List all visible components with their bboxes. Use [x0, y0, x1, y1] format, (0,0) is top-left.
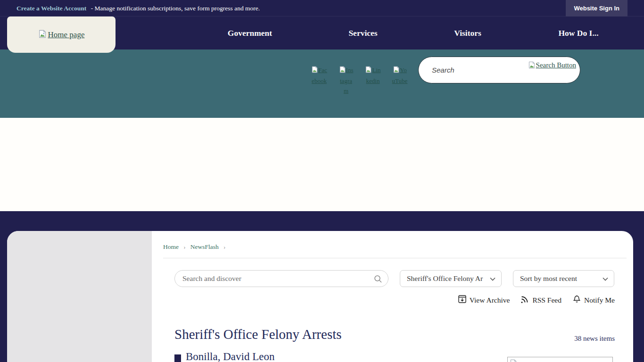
broken-image-icon	[38, 30, 47, 40]
breadcrumb: Home › NewsFlash ›	[163, 243, 229, 251]
site-search-button-label: Search Button	[536, 61, 576, 69]
instagram-link[interactable]: Instagram	[338, 65, 354, 96]
account-tagline: - Manage notification subscriptions, sav…	[91, 5, 260, 12]
youtube-link[interactable]: YouTube	[392, 65, 408, 86]
category-dropdown[interactable]: Sheriff's Office Felony Ar	[400, 270, 502, 287]
newsflash-search	[174, 270, 388, 287]
home-logo-link[interactable]: Home page	[7, 16, 116, 53]
breadcrumb-separator: ›	[183, 244, 185, 250]
breadcrumb-newsflash[interactable]: NewsFlash	[190, 243, 219, 250]
news-item-image	[507, 357, 613, 362]
broken-image-icon	[393, 66, 400, 76]
facebook-link[interactable]: Facebook	[311, 65, 327, 86]
rss-feed-link[interactable]: RSS Feed	[521, 295, 561, 305]
page: Create a Website Account - Manage notifi…	[0, 0, 644, 362]
site-search-button[interactable]: Search Button	[528, 61, 576, 71]
site-search-input[interactable]	[432, 57, 521, 83]
news-actions: View Archive RSS Feed Notify Me	[458, 295, 615, 305]
news-count: 38 news items	[574, 335, 615, 343]
search-icon[interactable]	[374, 275, 382, 285]
sidebar	[7, 231, 152, 362]
page-title: Sheriff's Office Felony Arrests	[174, 327, 342, 342]
breadcrumb-separator: ›	[223, 244, 225, 250]
chevron-down-icon	[603, 274, 608, 283]
spacer-band	[0, 118, 644, 211]
broken-image-icon	[528, 61, 536, 71]
sort-dropdown-value: Sort by most recent	[520, 274, 577, 283]
main-content: Home › NewsFlash › Sheriff's Office Felo…	[152, 231, 633, 362]
sort-dropdown[interactable]: Sort by most recent	[513, 270, 614, 287]
item-bullet	[174, 354, 181, 362]
rss-icon	[521, 295, 529, 305]
notify-me-label: Notify Me	[584, 296, 615, 304]
notify-me-link[interactable]: Notify Me	[573, 295, 615, 305]
account-promo: Create a Website Account - Manage notifi…	[17, 0, 260, 16]
nav-item-how-do-i[interactable]: How Do I...	[558, 16, 598, 49]
news-item-title[interactable]: Bonilla, David Leon	[186, 351, 274, 362]
divider	[163, 258, 627, 258]
view-archive-label: View Archive	[470, 296, 510, 304]
website-sign-in-button[interactable]: Website Sign In	[566, 0, 627, 16]
header-band: Facebook Instagram Linkedin YouTube Sear…	[0, 49, 644, 118]
nav-item-government[interactable]: Government	[228, 16, 272, 49]
nav-item-services[interactable]: Services	[348, 16, 377, 49]
site-search: Search Button	[418, 57, 580, 83]
view-archive-link[interactable]: View Archive	[458, 295, 510, 305]
linkedin-link[interactable]: Linkedin	[365, 65, 381, 86]
broken-image-icon	[339, 66, 346, 76]
category-dropdown-value: Sheriff's Office Felony Ar	[407, 274, 483, 283]
broken-image-icon	[311, 66, 318, 76]
breadcrumb-home[interactable]: Home	[163, 243, 179, 250]
chevron-down-icon	[490, 274, 495, 283]
broken-image-icon	[510, 359, 517, 362]
broken-image-icon	[365, 66, 372, 76]
bell-icon	[573, 295, 581, 305]
create-account-link[interactable]: Create a Website Account	[17, 5, 86, 12]
rss-feed-label: RSS Feed	[532, 296, 561, 304]
home-logo-label: Home page	[48, 30, 85, 40]
archive-icon	[458, 295, 466, 305]
top-utility-bar: Create a Website Account - Manage notifi…	[0, 0, 644, 16]
nav-item-visitors[interactable]: Visitors	[454, 16, 481, 49]
content-card: Home › NewsFlash › Sheriff's Office Felo…	[7, 231, 633, 362]
newsflash-search-input[interactable]	[182, 271, 366, 287]
